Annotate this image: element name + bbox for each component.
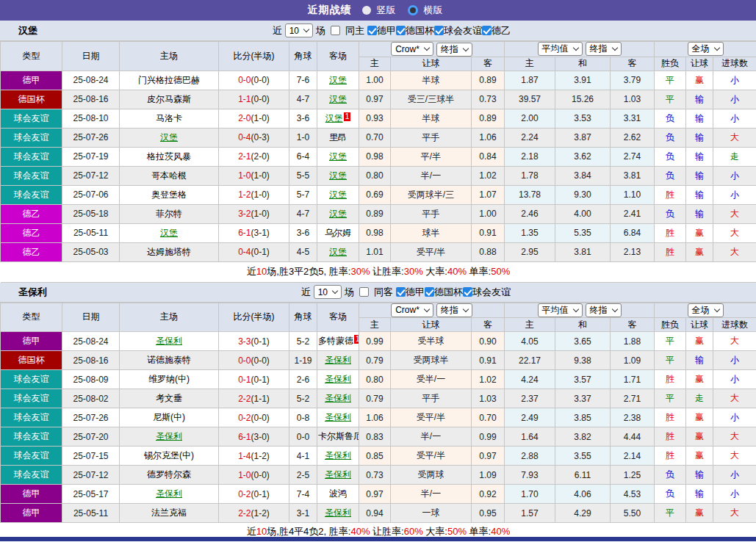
score-cell: 1-0(0-0) [219, 466, 289, 485]
avg-draw-cell: 15.26 [555, 90, 611, 109]
home-team-cell: 考文垂 [120, 389, 219, 408]
matches-label: 场 [345, 286, 354, 299]
league-checkbox[interactable] [367, 26, 377, 35]
date-cell: 25-07-19 [62, 147, 120, 166]
competition-cell: 德乙 [1, 223, 62, 242]
league-checkbox[interactable] [396, 287, 406, 297]
league-checkbox[interactable] [425, 287, 434, 297]
chevron-down-icon [572, 45, 578, 51]
focus-team-link[interactable]: 圣保利 [156, 488, 182, 499]
home-team-cell: 菲尔特 [120, 204, 219, 223]
match-count-select[interactable]: 10 [285, 24, 313, 37]
focus-team-link[interactable]: 汉堡 [329, 209, 347, 219]
focus-team-link[interactable]: 汉堡 [329, 170, 347, 181]
vertical-layout-radio[interactable] [362, 6, 371, 15]
col-header-avg-h: 主 [505, 318, 555, 332]
away-team-cell: 圣保利 [317, 408, 359, 427]
focus-team-link[interactable]: 圣保利 [325, 450, 351, 460]
focus-team-link[interactable]: 汉堡 [160, 132, 178, 142]
home-odds-cell: 0.93 [359, 109, 391, 128]
focus-team-link[interactable]: 圣保利 [156, 431, 182, 441]
score-cell: 3-3(0-1) [219, 332, 289, 351]
focus-team-link[interactable]: 圣保利 [325, 412, 351, 422]
away-odds-cell: 0.88 [472, 242, 505, 261]
league-checkbox[interactable] [434, 26, 444, 35]
col-header-goals: 进球数 [713, 318, 756, 332]
focus-team-link[interactable]: 汉堡 [329, 247, 347, 257]
league-checkbox[interactable] [463, 287, 472, 297]
focus-team-link[interactable]: 圣保利 [156, 336, 182, 346]
avg-home-cell: 13.78 [505, 185, 555, 204]
home-odds-cell: 0.80 [359, 166, 391, 185]
results-table: 类型 日期 主场 比分(半场) 角球 客场 Crow*终指 平均值终指 全场 [0, 41, 756, 283]
fulltime-score: 0-1 [238, 375, 251, 385]
away-odds-cell: 1.02 [472, 166, 505, 185]
goals-result-cell: 大 [713, 223, 756, 242]
average-select[interactable]: 平均值 [538, 42, 583, 56]
focus-team-link[interactable]: 圣保利 [325, 374, 351, 384]
odds-time-select[interactable]: 终指 [436, 303, 472, 317]
recent-label: 近 [301, 286, 311, 299]
focus-team-link[interactable]: 圣保利 [325, 469, 351, 480]
focus-team-link[interactable]: 汉堡 [329, 94, 347, 104]
handicap-cell: 半/一 [391, 166, 472, 185]
competition-cell: 德甲 [1, 332, 62, 351]
col-header-avg-a: 客 [611, 318, 655, 332]
league-checkbox[interactable] [396, 26, 406, 35]
focus-team-link[interactable]: 汉堡 [329, 75, 347, 85]
avg-draw-cell: 3.85 [555, 408, 611, 427]
home-odds-cell: 1.00 [359, 71, 391, 90]
match-count-select[interactable]: 10 [314, 285, 342, 299]
focus-team-link[interactable]: 圣保利 [325, 393, 351, 403]
bookmaker-select[interactable]: Crow* [391, 303, 433, 317]
league-checkbox[interactable] [482, 26, 492, 35]
vertical-layout-label[interactable]: 竖版 [377, 4, 396, 17]
bottom-divider-bar [0, 537, 756, 541]
same-venue-checkbox[interactable] [331, 26, 340, 35]
period-select[interactable]: 全场 [688, 303, 724, 317]
avg-home-cell: 1.35 [505, 223, 555, 242]
score-cell: 0-1(0-1) [219, 370, 289, 389]
avg-draw-cell: 3.57 [555, 370, 611, 389]
focus-team-link[interactable]: 汉堡 [329, 151, 347, 162]
focus-team-link[interactable]: 汉堡 [325, 113, 343, 123]
bookmaker-select[interactable]: Crow* [391, 42, 433, 56]
horizontal-layout-label[interactable]: 横版 [424, 4, 443, 17]
col-header-handicap: 让球 [391, 57, 472, 71]
team-name-text: 奥登堡格 [151, 189, 187, 200]
focus-team-link[interactable]: 圣保利 [325, 355, 351, 365]
home-odds-cell: 0.80 [359, 370, 391, 389]
handicap-cell: 半球 [391, 71, 472, 90]
score-cell: 3-2(1-0) [219, 204, 289, 223]
date-cell: 25-07-12 [62, 466, 120, 485]
corner-cell: 5-7 [289, 185, 317, 204]
handicap-source-headers: Crow*终指 [359, 303, 505, 318]
wdl-result-cell: 胜 [655, 185, 686, 204]
away-odds-cell: 1.09 [472, 466, 505, 485]
average-source-headers: 平均值终指 [505, 42, 655, 57]
avg-time-select[interactable]: 终指 [586, 42, 622, 56]
focus-team-link[interactable]: 圣保利 [325, 507, 351, 518]
focus-team-link[interactable]: 汉堡 [160, 228, 178, 238]
home-odds-cell: 0.79 [359, 351, 391, 370]
average-select[interactable]: 平均值 [538, 303, 583, 317]
handicap-cell: 受半/一 [391, 370, 472, 389]
focus-team-link[interactable]: 汉堡 [329, 189, 347, 200]
home-odds-cell: 0.69 [359, 185, 391, 204]
period-headers: 全场 [655, 42, 756, 57]
same-venue-checkbox[interactable] [359, 287, 369, 297]
avg-away-cell: 2.13 [611, 242, 655, 261]
horizontal-layout-radio[interactable] [408, 5, 418, 15]
recent-results-page: 近期战绩 竖版 横版 汉堡 近 10 场 同主 德甲德国杯球会友谊德乙 [0, 0, 756, 542]
col-header-away: 客场 [317, 303, 359, 332]
avg-time-select[interactable]: 终指 [586, 303, 622, 317]
home-team-cell: 汉堡 [120, 128, 219, 147]
avg-draw-cell: 3.84 [555, 166, 611, 185]
score-cell: 1-4(1-2) [219, 447, 289, 466]
odds-time-select[interactable]: 终指 [436, 43, 472, 57]
avg-away-cell: 3.79 [611, 71, 655, 90]
period-select[interactable]: 全场 [688, 42, 724, 56]
team-name-text: 达姆施塔特 [147, 247, 191, 257]
score-cell: 0-4(0-3) [219, 128, 289, 147]
fulltime-score: 0-4 [238, 132, 251, 142]
